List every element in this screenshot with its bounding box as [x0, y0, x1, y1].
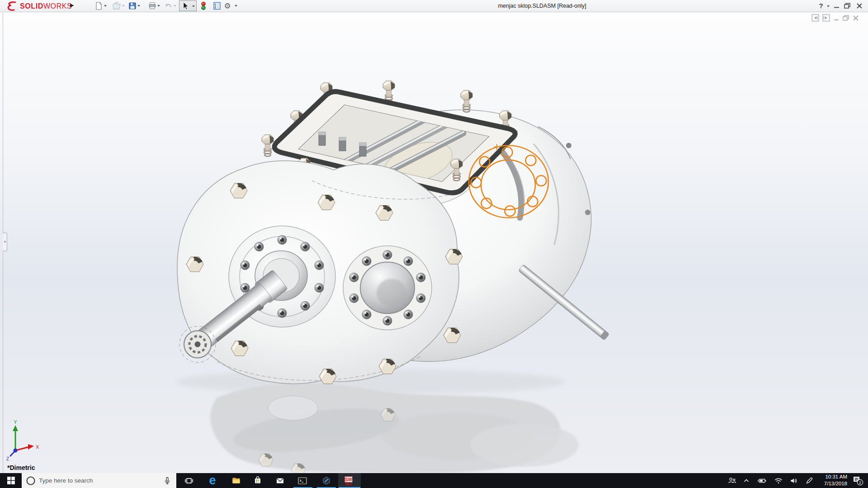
pen-icon [805, 477, 813, 484]
options-gear-icon[interactable]: ⚙ [222, 0, 232, 10]
people-button[interactable] [724, 473, 740, 488]
action-center-button[interactable]: 2 [849, 473, 867, 488]
open-caret-icon [122, 5, 125, 7]
toolbar-flyout-arrow[interactable]: ▶ [70, 2, 74, 8]
select-tool-button[interactable] [179, 0, 197, 11]
cortana-icon [25, 475, 36, 486]
floor-reflection [176, 369, 579, 473]
save-caret-icon[interactable] [137, 5, 140, 7]
document-title: menjac sklop.SLDASM [Read-only] [498, 3, 586, 9]
open-icon-disabled[interactable] [112, 1, 122, 11]
restore-button[interactable] [844, 5, 849, 8]
solidworks-logo: SOLIDWORKS [5, 1, 72, 12]
command-prompt-icon [297, 476, 307, 485]
windows-taskbar: e [0, 473, 868, 488]
print-icon[interactable] [147, 1, 157, 11]
select-cursor-icon [181, 1, 190, 11]
brand-bold: SOLID [20, 2, 43, 10]
close-button[interactable] [857, 4, 862, 8]
file-properties-icon[interactable] [212, 1, 222, 11]
undo-icon-disabled[interactable] [163, 1, 173, 11]
windows-logo-icon [7, 477, 15, 484]
sw-year: 2017 [345, 482, 352, 485]
hexagon-app-icon [322, 476, 331, 485]
view-orientation-label: *Dimetric [7, 464, 35, 471]
edge-icon: e [209, 474, 216, 487]
task-view-icon [184, 476, 193, 485]
help-button[interactable]: ? [817, 2, 825, 9]
network-button[interactable] [771, 473, 786, 488]
triad-y-label: Y [14, 419, 17, 425]
taskbar-store[interactable] [248, 473, 268, 488]
new-document-icon[interactable] [94, 1, 104, 11]
taskbar-mail[interactable] [270, 473, 290, 488]
people-icon [728, 477, 736, 485]
solidworks-logo-icon [5, 1, 18, 12]
tray-date: 7/13/2018 [815, 480, 847, 487]
title-bar: SOLIDWORKS ▶ [0, 0, 868, 12]
graphics-area[interactable]: Y X Z [0, 13, 868, 473]
select-caret-icon[interactable] [192, 5, 195, 7]
sw-letters: SW [345, 477, 353, 482]
battery-charging-icon [758, 477, 767, 484]
tray-time: 10:31 AM [815, 474, 847, 480]
mail-icon [275, 476, 285, 485]
save-icon[interactable] [127, 1, 137, 11]
rebuild-traffic-light-icon[interactable] [198, 1, 208, 11]
notification-badge: 2 [859, 480, 861, 484]
document-window-controls [811, 14, 868, 23]
undo-caret-icon [174, 5, 176, 7]
wifi-icon [774, 477, 783, 484]
speaker-icon [790, 477, 798, 484]
microphone-icon[interactable] [163, 476, 172, 485]
chevron-up-icon [743, 477, 750, 484]
taskbar-cmd[interactable] [292, 473, 312, 488]
desktop: Y X Z *Dimetric SOLIDWORKS ▶ [0, 0, 868, 488]
taskbar-search[interactable] [22, 473, 176, 488]
brand-light: WORKS [43, 2, 72, 10]
volume-button[interactable] [787, 473, 801, 488]
bearing-boss [343, 246, 432, 330]
action-center-icon: 2 [852, 475, 864, 487]
new-caret-icon[interactable] [104, 5, 107, 7]
triad-x-label: X [36, 444, 39, 450]
reference-triad: Y X Z [6, 419, 39, 461]
task-view-button[interactable] [180, 473, 198, 488]
triad-z-label: Z [6, 456, 9, 461]
brand-text: SOLIDWORKS [20, 2, 72, 10]
taskbar-edge[interactable]: e [203, 473, 222, 488]
taskbar-solidworks[interactable]: SW 2017 [338, 473, 361, 488]
file-explorer-icon [231, 476, 241, 485]
print-caret-icon[interactable] [157, 5, 160, 7]
solidworks-2017-icon: SW 2017 [344, 475, 355, 486]
taskbar-hex-app[interactable] [316, 473, 336, 488]
taskbar-file-explorer[interactable] [226, 473, 246, 488]
help-caret-icon[interactable] [827, 5, 830, 7]
tray-expand-button[interactable] [740, 473, 753, 488]
app-window-controls [831, 0, 867, 12]
start-button[interactable] [0, 473, 22, 488]
doc-close-button[interactable] [854, 16, 858, 20]
battery-button[interactable] [755, 473, 769, 488]
doc-restore-button[interactable] [843, 17, 847, 20]
featuremanager-collapse-tab[interactable] [3, 233, 7, 251]
search-input[interactable] [39, 477, 163, 484]
store-icon [253, 476, 262, 485]
options-caret-icon[interactable] [235, 5, 237, 7]
model-canvas: Y X Z [0, 13, 868, 473]
tray-clock[interactable]: 10:31 AM 7/13/2018 [815, 474, 847, 487]
